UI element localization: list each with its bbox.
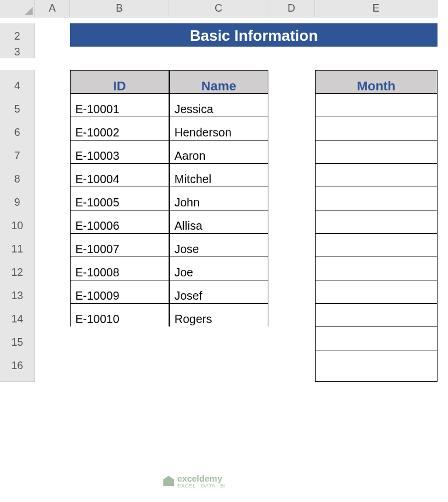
col-header-c[interactable]: C — [169, 0, 268, 17]
blank-cell[interactable] — [169, 350, 268, 382]
col-header-a[interactable]: A — [35, 0, 70, 17]
watermark-name: exceldemy — [177, 473, 222, 483]
blank-cell[interactable] — [35, 350, 70, 382]
month-cell[interactable] — [315, 350, 438, 382]
select-all-corner[interactable] — [0, 0, 35, 17]
spreadsheet-grid: A B C D E 2 Basic Information 3 4 ID Nam… — [0, 0, 448, 373]
blank-cell[interactable] — [70, 47, 169, 58]
blank-cell[interactable] — [268, 47, 315, 58]
watermark: exceldemy EXCEL · DATA · BI — [163, 473, 226, 489]
col-header-d[interactable]: D — [268, 0, 315, 17]
blank-cell[interactable] — [70, 350, 169, 382]
watermark-logo-icon — [163, 476, 174, 486]
blank-cell[interactable] — [169, 47, 268, 58]
blank-cell[interactable] — [268, 350, 315, 382]
blank-cell[interactable] — [315, 47, 438, 58]
col-header-e[interactable]: E — [315, 0, 438, 17]
col-header-b[interactable]: B — [70, 0, 169, 17]
watermark-tag: EXCEL · DATA · BI — [177, 483, 226, 489]
row-header-16[interactable]: 16 — [0, 350, 35, 382]
blank-cell[interactable] — [35, 47, 70, 58]
row-header-3[interactable]: 3 — [0, 47, 35, 58]
